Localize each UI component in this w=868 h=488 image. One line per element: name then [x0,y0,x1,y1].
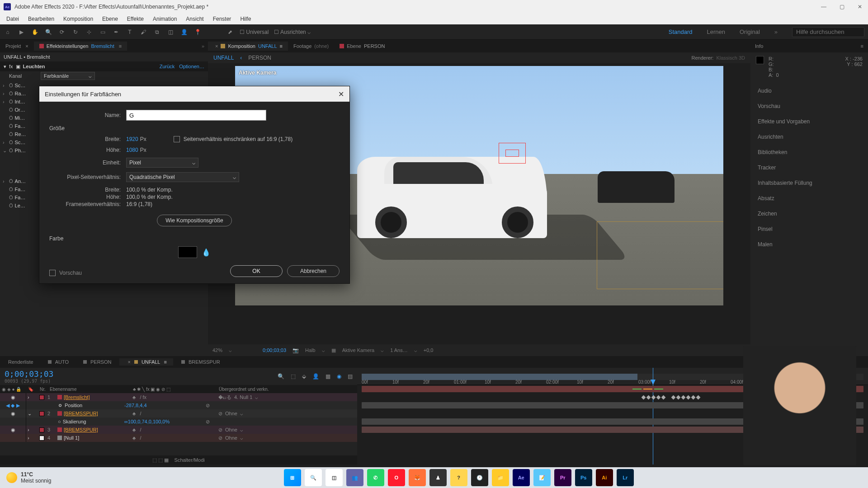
tab-bremsspur[interactable]: BREMSSPUR [175,358,226,366]
search-layer-icon[interactable]: 🔍 [278,373,284,380]
text-tool-icon[interactable]: T [126,28,134,36]
roto-tool-icon[interactable]: 👤 [180,28,188,36]
effect-header[interactable]: ▾ fx ▣ Leuchten Zurück Optionen… [0,61,208,71]
selection-tool-icon[interactable]: ▶ [17,28,25,36]
eyedropper-icon[interactable]: 💧 [202,248,211,257]
tab-auto[interactable]: AUTO [42,358,75,366]
make-comp-size-button[interactable]: Wie Kompositionsgröße [157,215,231,226]
close-icon[interactable]: × [127,359,130,365]
rect-tool-icon[interactable]: ▭ [99,28,107,36]
name-input[interactable] [126,110,266,121]
menu-animation[interactable]: Animation [149,15,180,23]
sidebar-paint[interactable]: Malen [751,239,867,250]
breadcrumb-back-icon[interactable]: ‹ [240,55,242,61]
resolution-dropdown[interactable]: Halb [305,347,316,353]
hand-tool-icon[interactable]: ✋ [31,28,39,36]
close-button[interactable]: ✕ [855,4,864,10]
minimize-button[interactable]: — [819,4,828,10]
task-view-icon[interactable]: ◫ [326,469,343,486]
sidebar-align[interactable]: Ausrichten [751,131,867,143]
firefox-icon[interactable]: 🦊 [409,469,426,486]
workspace-standard[interactable]: Standard [669,28,693,35]
sidebar-effects[interactable]: Effekte und Vorgaben [751,116,867,127]
zoom-tool-icon[interactable]: 🔍 [44,28,52,36]
viewer-time[interactable]: 0;00;03;03 [263,347,286,353]
tab-effect-controls[interactable]: Effekteinstellungen Bremslicht ≡ [34,42,127,51]
tab-composition[interactable]: × Komposition UNFALL ≡ [208,42,288,51]
snapping-align[interactable]: ☐ Ausrichten ⌵ [274,29,311,35]
color-swatch-button[interactable] [178,246,197,258]
tab-layer[interactable]: Ebene PERSON [334,42,390,51]
start-button[interactable]: ⊞ [284,469,301,486]
grid-icon[interactable]: ▦ [331,347,336,353]
graph-editor-icon[interactable]: ▤ [348,373,353,380]
motion-blur-icon[interactable]: ◉ [337,373,341,380]
tab-person[interactable]: PERSON [77,358,118,366]
help-icon[interactable]: ? [450,469,467,486]
whatsapp-icon[interactable]: ✆ [367,469,384,486]
brush-tool-icon[interactable]: 🖌 [139,28,147,36]
illustrator-icon[interactable]: Ai [596,469,613,486]
stamp-tool-icon[interactable]: ⧉ [153,28,161,36]
clock-icon[interactable]: 🕐 [471,469,488,486]
height-value[interactable]: 1080 [126,147,138,153]
camera-dropdown[interactable]: Aktive Kamera [342,347,375,353]
lock-aspect-checkbox[interactable] [174,136,180,142]
tab-unfall[interactable]: ×UNFALL≡ [119,358,173,366]
timeline-footer[interactable]: ⬚ ⬚ ▦ Schalter/Modi [0,455,357,465]
par-dropdown[interactable]: Quadratische Pixel⌵ [126,172,239,182]
teams-icon[interactable]: 👥 [346,469,363,486]
premiere-icon[interactable]: Pr [554,469,571,486]
effect-back-link[interactable]: Zurück [160,64,175,69]
layer-row-1[interactable]: ◉ › 1 [Bremslicht] ♣ / fx �யる 4. Null 1 … [0,393,357,401]
comp-mini-flowchart-icon[interactable]: ⬚ [291,373,296,380]
layer-row-3[interactable]: ◉ › 3 [BREMSSPUR] ♣ / ⊘ Ohne ⌵ [0,426,357,434]
draft3d-icon[interactable]: ⬙ [302,373,306,380]
exposure-value[interactable]: +0,0 [424,347,434,353]
sidebar-audio[interactable]: Audio [751,85,867,97]
opera-icon[interactable]: O [388,469,405,486]
puppet-tool-icon[interactable]: 📍 [193,28,202,36]
dialog-close-button[interactable]: ✕ [338,90,344,99]
sidebar-paragraph[interactable]: Absatz [751,192,867,204]
home-icon[interactable]: ⌂ [4,28,12,36]
current-time[interactable]: 0;00;03;03 [5,369,53,379]
close-icon[interactable]: × [25,43,28,49]
breadcrumb-unfall[interactable]: UNFALL [213,55,234,61]
ok-button[interactable]: OK [230,265,283,277]
layer-row-2[interactable]: ◉ ⌄ 2 [BREMSSPUR] ♣ / ⊘ Ohne ⌵ [0,409,357,418]
photoshop-icon[interactable]: Ps [575,469,592,486]
track-point-marker[interactable] [499,143,526,164]
layer-prop-position[interactable]: ◀ ◆ ▶ ⭘ Position -287,8,4,4 ⊘ [0,401,357,409]
menu-fenster[interactable]: Fenster [209,15,235,23]
shy-icon[interactable]: 👤 [312,373,319,380]
workspace-more-icon[interactable]: » [774,28,778,35]
panel-menu-icon[interactable]: ≡ [861,43,863,49]
menu-bearbeiten[interactable]: Bearbeiten [24,15,58,23]
after-effects-icon[interactable]: Ae [513,469,530,486]
snapping-universal[interactable]: ☐ Universal [240,29,269,35]
cancel-button[interactable]: Abbrechen [287,265,340,277]
channel-dropdown[interactable]: Farbkanäle⌵ [41,72,95,80]
layer-prop-scale[interactable]: ○ Skalierung ∞ 100,0,74,0,100,0% ⊘ [0,418,357,426]
layer-row-4[interactable]: › 4 [Null 1] ♣ / ⊘ Ohne ⌵ [0,434,357,442]
app-icon[interactable]: ♟ [429,469,447,486]
snapshot-icon[interactable]: 📷 [292,347,299,353]
info-panel-title[interactable]: Info [755,43,763,49]
solid-bounds[interactable] [597,221,723,289]
sidebar-contentaware[interactable]: Inhaltsbasierte Füllung [751,177,867,189]
workspace-learn[interactable]: Lernen [707,28,725,35]
help-search-input[interactable] [792,27,864,37]
eraser-tool-icon[interactable]: ◫ [166,28,175,36]
weather-widget[interactable]: 11°CMeist sonnig [6,471,51,484]
close-icon[interactable]: × [215,43,218,49]
effect-options-link[interactable]: Optionen… [179,64,204,69]
tab-project[interactable]: Projekt× [0,42,34,51]
orbit-tool-icon[interactable]: ⟳ [58,28,66,36]
menu-hilfe[interactable]: Hilfe [236,15,255,23]
views-dropdown[interactable]: 1 Ans… [390,347,408,353]
panel-more-icon[interactable]: » [198,43,208,49]
snap-icon[interactable]: ⬈ [226,28,234,36]
notes-icon[interactable]: 📝 [533,469,551,486]
width-value[interactable]: 1920 [126,136,138,142]
